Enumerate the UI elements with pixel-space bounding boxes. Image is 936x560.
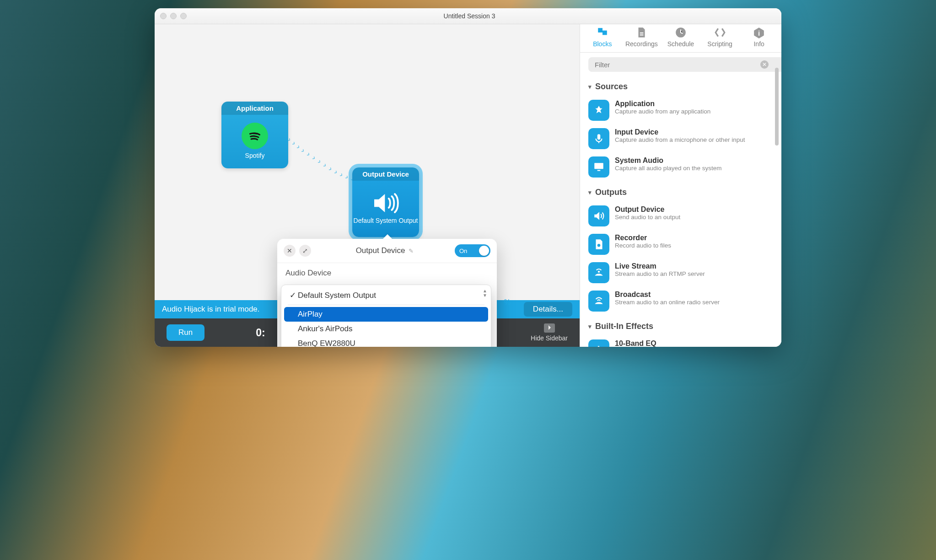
node-caption: Spotify [245, 152, 265, 160]
node-application[interactable]: Application Spotify [221, 102, 288, 168]
microphone-icon [588, 128, 609, 149]
elapsed-time: 0: [256, 327, 265, 339]
trial-details-button[interactable]: Details... [524, 302, 572, 317]
scripting-icon [714, 27, 726, 38]
block-broadcast[interactable]: Broadcast Stream audio to an online radi… [588, 287, 773, 315]
menu-item[interactable]: ✓Default System Output [284, 288, 488, 303]
section-header-effects[interactable]: ▾ Built-In Effects [588, 322, 773, 331]
connection-path: ›› ›› ›› ›› ›› ›› › [288, 135, 361, 189]
svg-point-10 [597, 244, 601, 247]
output-device-popover: ✕ ⤢ Output Device ✎ On Audio Device Pres… [277, 239, 497, 347]
block-output-device[interactable]: Output Device Send audio to an output [588, 202, 773, 230]
close-popover-button[interactable]: ✕ [284, 245, 296, 257]
schedule-icon [675, 27, 687, 38]
audio-device-dropdown[interactable]: ▲▼ ✓Default System Output AirPlay Ankur'… [281, 285, 491, 347]
clear-filter-button[interactable]: ✕ [760, 60, 769, 69]
rename-icon[interactable]: ✎ [409, 248, 414, 254]
tab-recordings[interactable]: Recordings [622, 26, 662, 48]
filter-input[interactable] [588, 57, 781, 72]
node-header: Output Device [352, 167, 419, 181]
svg-rect-13 [598, 346, 599, 347]
spotify-icon [242, 123, 268, 149]
broadcast-icon [588, 291, 609, 312]
block-recorder[interactable]: Recorder Record audio to files [588, 230, 773, 258]
sidebar-scrollbar[interactable] [775, 68, 779, 145]
svg-rect-8 [594, 163, 603, 169]
menu-item[interactable]: BenQ EW2880U [284, 336, 488, 347]
blocks-icon [597, 27, 608, 38]
zoom-window-button[interactable] [180, 13, 187, 19]
trial-message: Audio Hijack is in trial mode. [162, 305, 260, 314]
tab-info[interactable]: i Info [739, 26, 779, 48]
info-icon: i [753, 27, 765, 38]
popover-title: Output Device [356, 246, 405, 255]
svg-rect-3 [640, 34, 644, 35]
recorder-icon [588, 234, 609, 255]
chevron-down-icon: ▾ [588, 83, 592, 90]
speaker-icon [372, 192, 399, 214]
hide-sidebar-icon [544, 323, 555, 333]
svg-rect-9 [597, 170, 601, 171]
menu-item[interactable]: Ankur's AirPods [284, 322, 488, 336]
filter-field: ✕ [588, 57, 773, 72]
chevron-down-icon: ▾ [588, 323, 592, 330]
hide-sidebar-button[interactable]: Hide Sidebar [531, 323, 568, 342]
enabled-toggle[interactable]: On [455, 244, 490, 257]
chevron-down-icon: ▾ [588, 189, 592, 196]
popover-section-label: Audio Device [277, 263, 497, 279]
svg-rect-7 [597, 134, 601, 140]
window-title: Untitled Session 3 [187, 12, 752, 20]
speaker-icon [588, 205, 609, 226]
block-live-stream[interactable]: Live Stream Stream audio to an RTMP serv… [588, 258, 773, 287]
node-output-device[interactable]: Output Device Default System Output [352, 167, 419, 237]
block-input-device[interactable]: Input Device Capture audio from a microp… [588, 124, 773, 153]
section-header-outputs[interactable]: ▾ Outputs [588, 188, 773, 197]
expand-popover-button[interactable]: ⤢ [299, 245, 311, 257]
equalizer-icon [588, 339, 609, 347]
block-application[interactable]: Application Capture audio from any appli… [588, 96, 773, 124]
hide-sidebar-label: Hide Sidebar [531, 334, 568, 342]
block-system-audio[interactable]: System Audio Capture all audio played on… [588, 153, 773, 181]
run-button[interactable]: Run [167, 324, 204, 341]
close-window-button[interactable] [160, 13, 167, 19]
svg-rect-2 [640, 32, 644, 33]
satellite-icon [588, 262, 609, 283]
svg-point-11 [598, 271, 600, 273]
inspector-tabs: Blocks Recordings Schedule Scripting i I… [580, 24, 781, 53]
recordings-icon [635, 27, 647, 38]
tab-blocks[interactable]: Blocks [583, 26, 622, 48]
session-canvas[interactable]: ›› ›› ›› ›› ›› ›› › Application Spotify [155, 24, 580, 300]
traffic-lights [160, 13, 187, 19]
tab-schedule[interactable]: Schedule [661, 26, 700, 48]
menu-item[interactable]: AirPlay [284, 307, 488, 322]
application-icon [588, 100, 609, 121]
block-10-band-eq[interactable]: 10-Band EQ [588, 336, 773, 347]
tab-scripting[interactable]: Scripting [700, 26, 740, 48]
svg-rect-0 [598, 28, 602, 32]
monitor-icon [588, 156, 609, 178]
section-header-sources[interactable]: ▾ Sources [588, 82, 773, 92]
titlebar: Untitled Session 3 [155, 8, 781, 24]
node-header: Application [221, 102, 288, 115]
svg-rect-1 [602, 31, 607, 35]
inspector-sidebar: Blocks Recordings Schedule Scripting i I… [580, 8, 781, 347]
toggle-label: On [459, 248, 467, 254]
minimize-window-button[interactable] [170, 13, 177, 19]
volume-percent-suffix: % [504, 298, 511, 307]
app-window: Untitled Session 3 ›› ›› ›› ›› ›› ›› › A… [155, 8, 781, 347]
node-caption: Default System Output [354, 217, 418, 225]
svg-text:i: i [758, 29, 760, 37]
canvas-pane: ›› ›› ›› ›› ›› ›› › Application Spotify [155, 8, 580, 347]
